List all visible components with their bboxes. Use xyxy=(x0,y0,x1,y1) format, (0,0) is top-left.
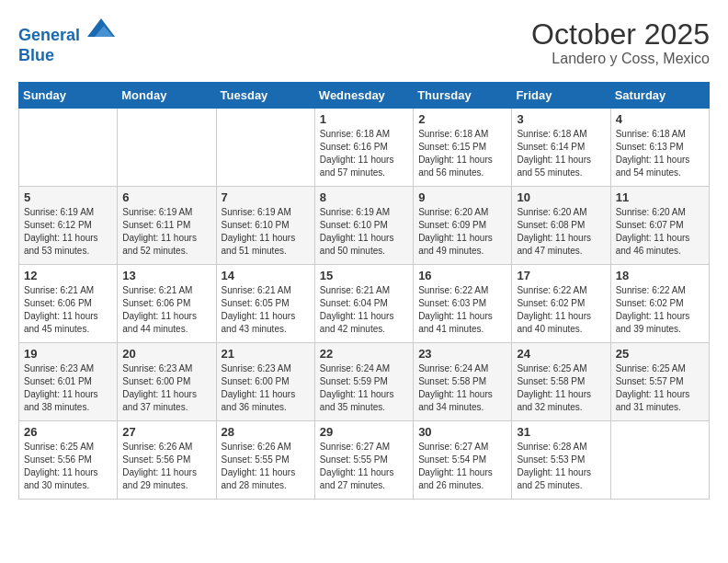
logo-line2: Blue xyxy=(18,46,115,66)
day-number: 8 xyxy=(320,190,408,204)
calendar-cell: 29 Sunrise: 6:27 AMSunset: 5:55 PMDaylig… xyxy=(314,421,413,500)
calendar-cell: 14 Sunrise: 6:21 AMSunset: 6:05 PMDaylig… xyxy=(216,265,314,343)
month-title: October 2025 xyxy=(531,18,710,51)
day-number: 7 xyxy=(222,190,310,204)
cell-info: Sunrise: 6:22 AMSunset: 6:03 PMDaylight:… xyxy=(418,284,506,336)
day-number: 31 xyxy=(517,425,605,439)
day-number: 12 xyxy=(24,269,112,282)
day-number: 30 xyxy=(418,425,506,439)
cell-info: Sunrise: 6:21 AMSunset: 6:06 PMDaylight:… xyxy=(122,284,210,336)
cell-info: Sunrise: 6:23 AMSunset: 6:00 PMDaylight:… xyxy=(222,362,310,414)
calendar-cell: 28 Sunrise: 6:26 AMSunset: 5:55 PMDaylig… xyxy=(216,421,314,500)
calendar-cell: 13 Sunrise: 6:21 AMSunset: 6:06 PMDaylig… xyxy=(118,265,216,343)
weekday-header-wednesday: Wednesday xyxy=(314,83,413,109)
calendar-cell xyxy=(216,109,314,187)
calendar-cell: 26 Sunrise: 6:25 AMSunset: 5:56 PMDaylig… xyxy=(19,421,118,500)
day-number: 13 xyxy=(122,269,210,282)
calendar-cell: 7 Sunrise: 6:19 AMSunset: 6:10 PMDayligh… xyxy=(216,187,314,265)
day-number: 16 xyxy=(418,269,506,282)
day-number: 14 xyxy=(222,269,310,282)
calendar-cell: 9 Sunrise: 6:20 AMSunset: 6:09 PMDayligh… xyxy=(414,187,512,265)
weekday-header-saturday: Saturday xyxy=(610,83,709,109)
cell-info: Sunrise: 6:20 AMSunset: 6:09 PMDaylight:… xyxy=(418,206,506,258)
calendar-week-row: 1 Sunrise: 6:18 AMSunset: 6:16 PMDayligh… xyxy=(19,109,710,187)
calendar-cell: 1 Sunrise: 6:18 AMSunset: 6:16 PMDayligh… xyxy=(314,109,413,187)
cell-info: Sunrise: 6:19 AMSunset: 6:11 PMDaylight:… xyxy=(122,206,210,258)
calendar-cell: 10 Sunrise: 6:20 AMSunset: 6:08 PMDaylig… xyxy=(512,187,610,265)
calendar-cell xyxy=(19,109,118,187)
cell-info: Sunrise: 6:19 AMSunset: 6:10 PMDaylight:… xyxy=(320,206,408,258)
cell-info: Sunrise: 6:28 AMSunset: 5:53 PMDaylight:… xyxy=(517,441,605,492)
weekday-header-friday: Friday xyxy=(512,83,610,109)
calendar-cell: 20 Sunrise: 6:23 AMSunset: 6:00 PMDaylig… xyxy=(118,343,216,421)
day-number: 15 xyxy=(320,269,408,282)
weekday-header-sunday: Sunday xyxy=(19,83,118,109)
calendar-cell: 3 Sunrise: 6:18 AMSunset: 6:14 PMDayligh… xyxy=(512,109,610,187)
day-number: 1 xyxy=(320,112,408,126)
day-number: 26 xyxy=(24,425,112,439)
day-number: 23 xyxy=(418,347,506,361)
day-number: 24 xyxy=(517,347,605,361)
calendar-cell: 23 Sunrise: 6:24 AMSunset: 5:58 PMDaylig… xyxy=(414,343,512,421)
day-number: 5 xyxy=(24,190,112,204)
calendar-week-row: 19 Sunrise: 6:23 AMSunset: 6:01 PMDaylig… xyxy=(19,343,710,421)
cell-info: Sunrise: 6:25 AMSunset: 5:58 PMDaylight:… xyxy=(517,362,605,414)
weekday-header-thursday: Thursday xyxy=(414,83,512,109)
calendar-week-row: 26 Sunrise: 6:25 AMSunset: 5:56 PMDaylig… xyxy=(19,421,710,500)
title-area: October 2025 Landero y Coss, Mexico xyxy=(531,18,710,67)
calendar-cell: 18 Sunrise: 6:22 AMSunset: 6:02 PMDaylig… xyxy=(610,265,709,343)
cell-info: Sunrise: 6:18 AMSunset: 6:15 PMDaylight:… xyxy=(418,128,506,179)
day-number: 27 xyxy=(122,425,210,439)
calendar-cell: 15 Sunrise: 6:21 AMSunset: 6:04 PMDaylig… xyxy=(314,265,413,343)
day-number: 2 xyxy=(418,112,506,126)
cell-info: Sunrise: 6:21 AMSunset: 6:05 PMDaylight:… xyxy=(222,284,310,336)
cell-info: Sunrise: 6:19 AMSunset: 6:12 PMDaylight:… xyxy=(24,206,112,258)
location-title: Landero y Coss, Mexico xyxy=(531,51,710,67)
calendar-cell: 22 Sunrise: 6:24 AMSunset: 5:59 PMDaylig… xyxy=(314,343,413,421)
page-header: General Blue October 2025 Landero y Coss… xyxy=(18,18,710,67)
cell-info: Sunrise: 6:27 AMSunset: 5:54 PMDaylight:… xyxy=(418,441,506,492)
cell-info: Sunrise: 6:20 AMSunset: 6:08 PMDaylight:… xyxy=(517,206,605,258)
cell-info: Sunrise: 6:25 AMSunset: 5:57 PMDaylight:… xyxy=(616,362,704,414)
day-number: 17 xyxy=(517,269,605,282)
day-number: 4 xyxy=(616,112,704,126)
day-number: 29 xyxy=(320,425,408,439)
cell-info: Sunrise: 6:27 AMSunset: 5:55 PMDaylight:… xyxy=(320,441,408,492)
cell-info: Sunrise: 6:23 AMSunset: 6:01 PMDaylight:… xyxy=(24,362,112,414)
calendar-week-row: 5 Sunrise: 6:19 AMSunset: 6:12 PMDayligh… xyxy=(19,187,710,265)
calendar-cell: 4 Sunrise: 6:18 AMSunset: 6:13 PMDayligh… xyxy=(610,109,709,187)
day-number: 21 xyxy=(222,347,310,361)
calendar-cell: 24 Sunrise: 6:25 AMSunset: 5:58 PMDaylig… xyxy=(512,343,610,421)
day-number: 20 xyxy=(122,347,210,361)
logo: General Blue xyxy=(18,18,115,65)
cell-info: Sunrise: 6:23 AMSunset: 6:00 PMDaylight:… xyxy=(122,362,210,414)
cell-info: Sunrise: 6:24 AMSunset: 5:58 PMDaylight:… xyxy=(418,362,506,414)
calendar-cell: 11 Sunrise: 6:20 AMSunset: 6:07 PMDaylig… xyxy=(610,187,709,265)
day-number: 10 xyxy=(517,190,605,204)
day-number: 11 xyxy=(616,190,704,204)
weekday-header-tuesday: Tuesday xyxy=(216,83,314,109)
cell-info: Sunrise: 6:25 AMSunset: 5:56 PMDaylight:… xyxy=(24,441,112,492)
cell-info: Sunrise: 6:21 AMSunset: 6:04 PMDaylight:… xyxy=(320,284,408,336)
cell-info: Sunrise: 6:20 AMSunset: 6:07 PMDaylight:… xyxy=(616,206,704,258)
calendar-cell xyxy=(610,421,709,500)
day-number: 3 xyxy=(517,112,605,126)
cell-info: Sunrise: 6:26 AMSunset: 5:56 PMDaylight:… xyxy=(122,441,210,492)
cell-info: Sunrise: 6:22 AMSunset: 6:02 PMDaylight:… xyxy=(517,284,605,336)
calendar-cell: 6 Sunrise: 6:19 AMSunset: 6:11 PMDayligh… xyxy=(118,187,216,265)
day-number: 18 xyxy=(616,269,704,282)
cell-info: Sunrise: 6:26 AMSunset: 5:55 PMDaylight:… xyxy=(222,441,310,492)
logo-text: General xyxy=(18,18,115,46)
weekday-header-row: SundayMondayTuesdayWednesdayThursdayFrid… xyxy=(19,83,710,109)
calendar-cell: 31 Sunrise: 6:28 AMSunset: 5:53 PMDaylig… xyxy=(512,421,610,500)
day-number: 25 xyxy=(616,347,704,361)
day-number: 22 xyxy=(320,347,408,361)
calendar-cell: 2 Sunrise: 6:18 AMSunset: 6:15 PMDayligh… xyxy=(414,109,512,187)
cell-info: Sunrise: 6:24 AMSunset: 5:59 PMDaylight:… xyxy=(320,362,408,414)
calendar-cell: 21 Sunrise: 6:23 AMSunset: 6:00 PMDaylig… xyxy=(216,343,314,421)
day-number: 9 xyxy=(418,190,506,204)
calendar-cell: 19 Sunrise: 6:23 AMSunset: 6:01 PMDaylig… xyxy=(19,343,118,421)
weekday-header-monday: Monday xyxy=(118,83,216,109)
cell-info: Sunrise: 6:19 AMSunset: 6:10 PMDaylight:… xyxy=(222,206,310,258)
cell-info: Sunrise: 6:18 AMSunset: 6:13 PMDaylight:… xyxy=(616,128,704,179)
